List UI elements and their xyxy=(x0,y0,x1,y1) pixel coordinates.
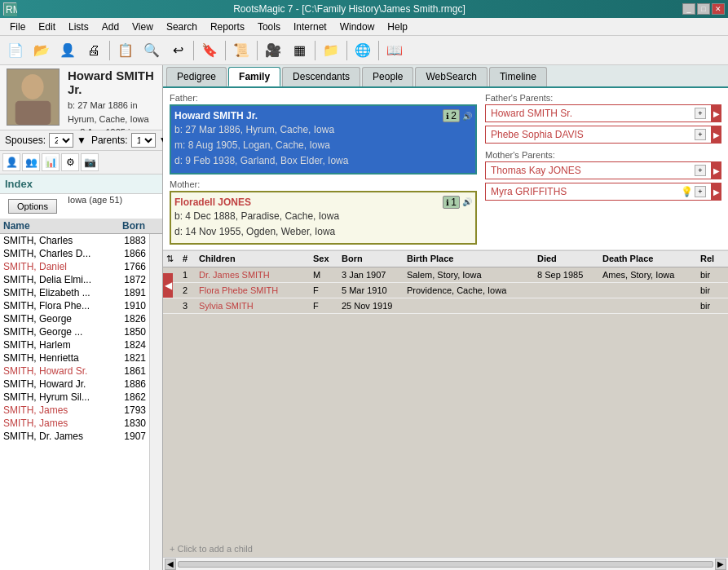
left-nav-arrow[interactable]: ◀ xyxy=(163,273,173,298)
toolbar-separator-4 xyxy=(257,41,258,60)
spouses-select[interactable]: 2 xyxy=(49,133,73,148)
index-list-item[interactable]: SMITH, Flora Phe...1910 xyxy=(0,299,149,312)
index-list-item[interactable]: SMITH, Dr. James1907 xyxy=(0,430,149,443)
options-button[interactable]: Options xyxy=(8,199,57,214)
fathers-father-box[interactable]: Howard SMITH Sr. + xyxy=(485,104,712,122)
copy-button[interactable]: 📋 xyxy=(113,39,138,62)
mothers-father-box[interactable]: Thomas Kay JONES + xyxy=(485,161,712,179)
left-parents: Father: Howard SMITH Jr. ℹ 2 🔊 b: 27 Ma xyxy=(170,93,477,245)
open-button[interactable]: 📂 xyxy=(29,39,54,62)
person-birth: b: 27 Mar 1886 in Hyrum, Cache, Iowa xyxy=(68,99,156,126)
index-list-item[interactable]: SMITH, Elizabeth ...1891 xyxy=(0,286,149,299)
menu-search[interactable]: Search xyxy=(160,20,204,34)
tab-people[interactable]: People xyxy=(362,67,413,86)
sidebar-chart-icon[interactable]: 📊 xyxy=(42,153,60,171)
sidebar-settings-icon[interactable]: ⚙ xyxy=(61,153,79,171)
child-died: 8 Sep 1985 xyxy=(537,270,602,280)
spouses-arrow[interactable]: ▼ xyxy=(77,135,86,146)
close-button[interactable]: ✕ xyxy=(712,3,725,15)
scroll-left-btn[interactable]: ◀ xyxy=(165,559,176,570)
parents-dropdown[interactable]: Parents: 1 ▼ xyxy=(91,133,169,148)
view-button[interactable]: ▦ xyxy=(287,39,311,62)
father-badge: ℹ 2 xyxy=(443,109,460,122)
add-person-button[interactable]: 👤 xyxy=(55,39,80,62)
children-born-col: Born xyxy=(342,254,407,263)
parents-select[interactable]: 1 xyxy=(131,133,156,148)
index-list-item[interactable]: SMITH, Charles D...1866 xyxy=(0,247,149,260)
person-info-panel: Howard SMITH Jr. b: 27 Mar 1886 in Hyrum… xyxy=(68,68,156,126)
menu-internet[interactable]: Internet xyxy=(287,20,333,34)
new-button[interactable]: 📄 xyxy=(3,39,28,62)
index-list-item[interactable]: SMITH, Howard Jr.1886 xyxy=(0,378,149,391)
mother-badges: ℹ 1 🔊 xyxy=(443,196,472,209)
index-list-item[interactable]: SMITH, James1830 xyxy=(0,417,149,430)
menu-tools[interactable]: Tools xyxy=(251,20,287,34)
child-row[interactable]: 3 Sylvia SMITH F 25 Nov 1919 bir xyxy=(163,298,728,314)
menu-window[interactable]: Window xyxy=(333,20,382,34)
menu-help[interactable]: Help xyxy=(381,20,414,34)
index-item-born: 1883 xyxy=(109,235,146,246)
mothers-father-arrow[interactable]: ▶ xyxy=(712,161,721,179)
sidebar-camera-icon[interactable]: 📷 xyxy=(81,153,99,171)
index-list-item[interactable]: SMITH, Charles1883 xyxy=(0,234,149,247)
book-button[interactable]: 📖 xyxy=(382,39,407,62)
search-tool-button[interactable]: 🔍 xyxy=(139,39,164,62)
restore-button[interactable]: □ xyxy=(697,3,710,15)
index-list-item[interactable]: SMITH, George ...1850 xyxy=(0,325,149,338)
child-sex: M xyxy=(313,270,342,280)
mothers-mother-arrow[interactable]: ▶ xyxy=(712,183,721,201)
horizontal-scrollbar[interactable]: ◀ ▶ xyxy=(163,557,728,570)
bookmark-button[interactable]: 🔖 xyxy=(197,39,222,62)
mothers-father-row: Thomas Kay JONES + ▶ xyxy=(485,161,721,179)
tab-descendants[interactable]: Descendants xyxy=(282,67,360,86)
father-box[interactable]: Howard SMITH Jr. ℹ 2 🔊 b: 27 Mar 1886, H… xyxy=(170,104,477,175)
index-scrollbar[interactable] xyxy=(149,234,162,570)
tab-websearch[interactable]: WebSearch xyxy=(415,67,487,86)
fathers-father-add-icon[interactable]: + xyxy=(695,108,706,119)
minimize-button[interactable]: _ xyxy=(682,3,695,15)
certificate-button[interactable]: 📜 xyxy=(229,39,254,62)
sidebar-people-icon[interactable]: 👥 xyxy=(22,153,40,171)
index-list-item[interactable]: SMITH, Delia Elmi...1872 xyxy=(0,273,149,286)
index-list-item[interactable]: SMITH, Henrietta1821 xyxy=(0,351,149,365)
index-list-item[interactable]: SMITH, Harlem1824 xyxy=(0,338,149,351)
mothers-mother-add-icon[interactable]: + xyxy=(695,186,706,197)
print-button[interactable]: 🖨 xyxy=(82,39,106,62)
children-dplace-col: Death Place xyxy=(602,254,700,263)
menu-file[interactable]: File xyxy=(3,20,32,34)
folder-button[interactable]: 📁 xyxy=(319,39,343,62)
mothers-mother-box[interactable]: Myra GRIFFITHS 💡 + xyxy=(485,183,712,201)
menu-edit[interactable]: Edit xyxy=(32,20,62,34)
fathers-mother-arrow[interactable]: ▶ xyxy=(712,126,721,144)
menu-add[interactable]: Add xyxy=(95,20,126,34)
tab-family[interactable]: Family xyxy=(228,67,280,86)
mothers-father-add-icon[interactable]: + xyxy=(695,165,706,176)
fathers-mother-add-icon[interactable]: + xyxy=(695,129,706,140)
index-scroll-container: SMITH, Charles1883SMITH, Charles D...186… xyxy=(0,234,162,570)
menu-lists[interactable]: Lists xyxy=(62,20,95,34)
index-list-item[interactable]: SMITH, George1826 xyxy=(0,312,149,325)
index-list-item[interactable]: SMITH, James1793 xyxy=(0,404,149,417)
add-child-row[interactable]: + Click to add a child xyxy=(163,541,728,557)
sidebar-person-icon[interactable]: 👤 xyxy=(2,153,20,171)
media-button[interactable]: 🎥 xyxy=(261,39,285,62)
tab-pedigree[interactable]: Pedigree xyxy=(166,67,227,86)
index-list-item[interactable]: SMITH, Daniel1766 xyxy=(0,260,149,273)
children-sort-icon[interactable]: ⇅ xyxy=(166,254,183,264)
network-button[interactable]: 🌐 xyxy=(351,39,375,62)
navigate-button[interactable]: ↩ xyxy=(165,39,190,62)
index-list-item[interactable]: SMITH, Howard Sr.1861 xyxy=(0,365,149,378)
fathers-mother-box[interactable]: Phebe Sophia DAVIS + xyxy=(485,126,712,144)
person-header: Howard SMITH Jr. b: 27 Mar 1886 in Hyrum… xyxy=(0,65,162,130)
menu-view[interactable]: View xyxy=(126,20,160,34)
child-row[interactable]: 1 Dr. James SMITH M 3 Jan 1907 Salem, St… xyxy=(163,267,728,283)
tab-timeline[interactable]: Timeline xyxy=(489,67,547,86)
mother-box[interactable]: Floradell JONES ℹ 1 🔊 b: 4 Dec 1888, Par… xyxy=(170,191,477,245)
index-item-name: SMITH, Henrietta xyxy=(3,352,109,364)
index-list-item[interactable]: SMITH, Hyrum Sil...1862 xyxy=(0,391,149,404)
fathers-father-arrow[interactable]: ▶ xyxy=(712,104,721,122)
scroll-right-btn[interactable]: ▶ xyxy=(715,559,726,570)
spouses-dropdown[interactable]: Spouses: 2 ▼ xyxy=(5,133,86,148)
menu-reports[interactable]: Reports xyxy=(204,20,251,34)
child-row[interactable]: 2 Flora Phebe SMITH F 5 Mar 1910 Provide… xyxy=(163,283,728,298)
